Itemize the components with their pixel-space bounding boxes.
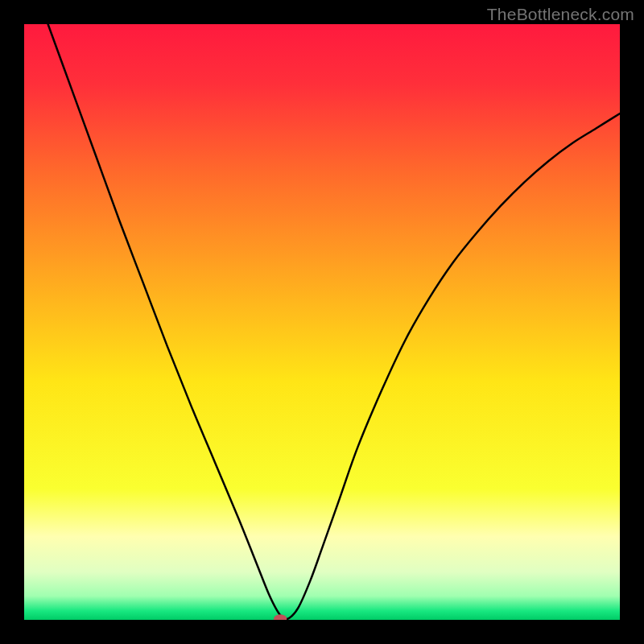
chart-background — [24, 24, 620, 620]
watermark-text: TheBottleneck.com — [487, 5, 634, 24]
plot-area — [24, 24, 620, 620]
chart-frame: TheBottleneck.com — [0, 0, 644, 644]
chart-svg — [24, 24, 620, 620]
